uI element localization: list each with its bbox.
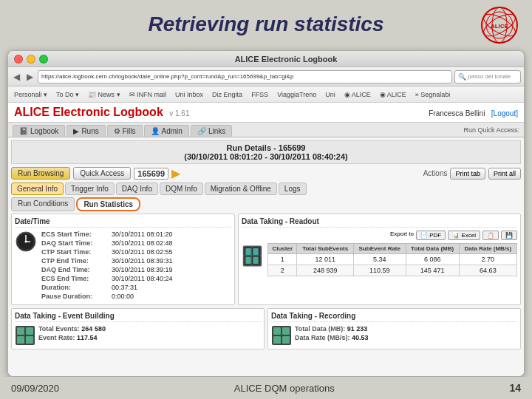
export-copy-button[interactable]: 📋 [482,231,499,240]
svg-rect-13 [245,248,250,255]
bookmark-alice1[interactable]: ◉ ALICE [341,90,374,99]
bookmark-personali[interactable]: Personali ▾ [11,90,50,99]
stats-tab-conditions[interactable]: Run Conditions [11,197,75,211]
datetime-title: Date/Time [15,217,231,228]
export-excel-button[interactable]: 📊 Excel [448,231,480,240]
window-buttons [14,55,48,64]
search-icon: 🔍 [458,73,466,81]
bottom-date: 09/09/2020 [11,383,59,394]
event-building-content: Total Events: 264 580 Event Rate: 117.54 [15,325,261,346]
window-title: ALICE Electronic Logbook [54,55,518,64]
tab-fills[interactable]: ⚙ Fills [107,125,143,137]
readout-title: Data Taking - Readout [242,217,517,228]
bookmark-infnmail[interactable]: ✉ INFN mail [126,90,170,99]
tab-logbook[interactable]: 📓 Logbook [13,125,65,137]
logbook-icon: 📓 [19,127,28,135]
excel-icon: 📊 [452,232,460,239]
quick-access-area: Run Quick Access: [463,126,519,136]
bookmark-uni[interactable]: Uni [322,90,338,99]
url-text: https://alice-logbook.cern.ch/logbook/da… [41,73,293,80]
recording-content: Total Data (MB): 91 233 Data Rate (MB/s)… [271,325,517,346]
export-buttons: Export to 📄 PDF 📊 Excel 📋 💾 [242,231,517,240]
datetime-section: Date/Time ECS Start Time: [11,214,235,305]
clock-icon [15,231,37,253]
logbook-logo: ALICE Electronic Logbook [14,106,163,118]
table-row: 1 12 011 5.34 6 086 2.70 [268,254,517,265]
bookmark-uniinbox[interactable]: Uni Inbox [172,90,206,99]
logbook-user: Francesca Bellini [429,109,485,117]
run-browsing-button[interactable]: Run Browsing [11,167,70,180]
data-rate-row: Data Rate (MB/s): 40.53 [295,334,369,341]
bookmark-todo[interactable]: To Do ▾ [53,90,82,99]
print-buttons: Print tab Print all [450,168,521,180]
sub-tabs: General Info Trigger Info DAQ Info DQM I… [11,183,521,195]
sub-tab-migration[interactable]: Migration & Offline [205,183,277,195]
page-title: Retrieving run statistics [149,13,384,36]
runs-icon: ▶ [73,127,79,135]
links-icon: 🔗 [197,127,206,135]
col-total-data: Total Data (MB) [406,244,459,254]
print-tab-button[interactable]: Print tab [450,168,485,180]
sub-tab-logs[interactable]: Logs [279,183,307,195]
svg-rect-20 [17,327,24,335]
event-building-icon [15,325,35,346]
bookmark-segnalabi[interactable]: » Segnalabi [412,90,454,99]
bookmark-ffss[interactable]: FFSS [248,90,271,99]
sub-tab-daq-info[interactable]: DAQ Info [116,183,158,195]
minimize-button[interactable] [27,55,35,64]
sub-tab-trigger-info[interactable]: Trigger Info [65,183,115,195]
quick-access-button[interactable]: Quick Access [73,167,131,180]
daq-end-time: DAQ End Time: 30/10/2011 08:39:19 [41,266,173,273]
export-save-button[interactable]: 💾 [501,231,517,240]
readout-content: Cluster Total SubEvents SubEvent Rate To… [242,243,517,276]
bookmark-dizengita[interactable]: Diz Engita [209,90,245,99]
total-data-row: Total Data (MB): 91 233 [295,325,369,332]
fills-icon: ⚙ [114,127,120,135]
maximize-button[interactable] [39,55,48,64]
url-bar[interactable]: https://alice-logbook.cern.ch/logbook/da… [38,70,452,83]
titlebar: ALICE Electronic Logbook [8,51,524,67]
datetime-rows: ECS Start Time: 30/10/2011 08:01:20 DAQ … [41,231,173,301]
tab-admin[interactable]: 👤 Admin [144,125,189,137]
svg-rect-15 [245,257,250,264]
svg-rect-16 [253,257,258,264]
close-button[interactable] [14,55,23,64]
bottom-page-number: 14 [509,382,521,394]
export-pdf-button[interactable]: 📄 PDF [416,231,446,240]
ctp-end-time: CTP End Time: 30/10/2011 08:39:31 [41,257,173,265]
sub-tab-dqm-info[interactable]: DQM Info [160,183,203,195]
svg-rect-26 [282,327,290,335]
svg-point-10 [25,241,27,243]
sub-tab-general-info[interactable]: General Info [11,183,64,195]
logout-button[interactable]: [Logout] [491,109,518,117]
search-bar[interactable]: 🔍 passo del tonale [454,70,521,83]
forward-button[interactable]: ▶ [24,72,35,82]
bottom-center-text: ALICE DQM operations [234,383,335,394]
run-number-box[interactable]: 165699 [134,168,168,180]
datetime-content: ECS Start Time: 30/10/2011 08:01:20 DAQ … [15,231,231,301]
stats-tab-statistics[interactable]: Run Statistics [76,197,140,211]
title-area: Retrieving run statistics ALICE [0,0,532,48]
search-text: passo del tonale [468,73,511,80]
nav-tabs: 📓 Logbook ▶ Runs ⚙ Fills 👤 Admin 🔗 Links… [8,123,524,137]
browser-window: ALICE Electronic Logbook ◀ ▶ https://ali… [7,50,525,377]
run-nav-arrow[interactable]: ▶ [171,166,180,180]
bookmark-news[interactable]: 📰 News ▾ [85,90,123,99]
logbook-header: ALICE Electronic Logbook v 1.61 Francesc… [8,103,524,123]
tab-links[interactable]: 🔗 Links [191,125,232,137]
bookmark-alice2[interactable]: ◉ ALICE [377,90,409,99]
readout-table: Cluster Total SubEvents SubEvent Rate To… [267,243,517,276]
event-rate-row: Event Rate: 117.54 [38,334,106,341]
recording-title: Data Taking - Recording [271,312,517,322]
bookmark-viaggiatreno[interactable]: ViaggiaTreno [274,90,319,99]
run-details-container: Run Details - 165699 (30/10/2011 08:01:2… [8,137,524,376]
print-all-button[interactable]: Print all [488,168,521,180]
duration: Duration: 00:37:31 [41,284,173,291]
back-button[interactable]: ◀ [11,72,22,82]
tab-runs[interactable]: ▶ Runs [66,125,105,137]
table-row: 2 248 939 110.59 145 471 64.63 [268,265,517,276]
address-bar: ◀ ▶ https://alice-logbook.cern.ch/logboo… [8,67,524,86]
stats-tabs: Run Conditions Run Statistics [11,197,521,211]
readout-section: Data Taking - Readout Export to 📄 PDF 📊 … [238,214,521,305]
export-label: Export to [390,231,414,240]
